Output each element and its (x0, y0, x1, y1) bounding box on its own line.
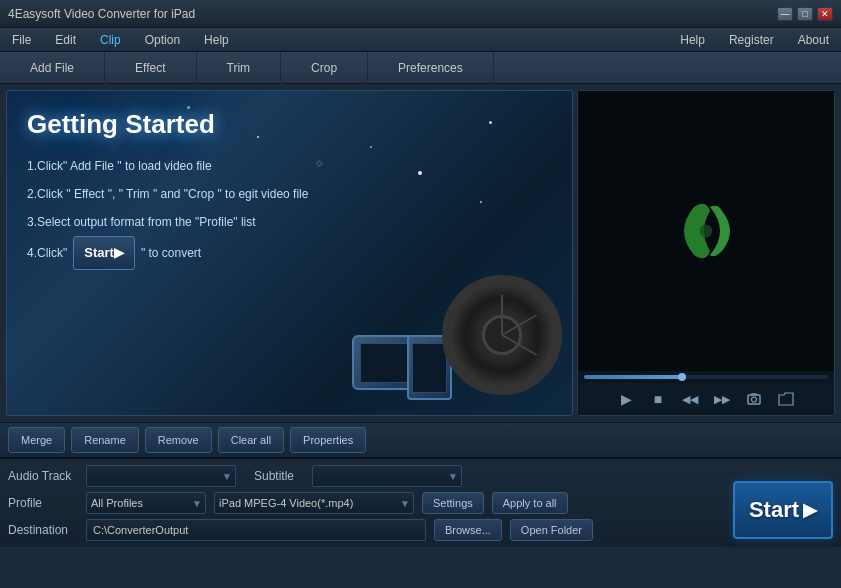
getting-started-title: Getting Started (7, 91, 572, 152)
rewind-button[interactable]: ◀◀ (678, 387, 702, 411)
fastforward-button[interactable]: ▶▶ (710, 387, 734, 411)
start-arrow-icon: ▶ (803, 499, 817, 521)
seek-thumb[interactable] (678, 373, 686, 381)
destination-label: Destination (8, 523, 78, 537)
browse-button[interactable]: Browse... (434, 519, 502, 541)
merge-button[interactable]: Merge (8, 427, 65, 453)
audio-subtitle-row: Audio Track ▼ Subtitle ▼ (8, 465, 833, 487)
menu-left: File Edit Clip Option Help (8, 31, 233, 49)
profile-row: Profile All Profiles ▼ iPad MPEG-4 Video… (8, 492, 833, 514)
maximize-button[interactable]: □ (797, 7, 813, 21)
subtitle-select[interactable] (312, 465, 462, 487)
start-inline-btn: Start▶ (73, 236, 135, 270)
video-seek-bar[interactable] (578, 371, 834, 383)
toolbar-trim[interactable]: Trim (197, 52, 282, 84)
toolbar-crop[interactable]: Crop (281, 52, 368, 84)
open-folder-button[interactable]: Open Folder (510, 519, 593, 541)
close-button[interactable]: ✕ (817, 7, 833, 21)
menu-about[interactable]: About (794, 31, 833, 49)
menu-help-left[interactable]: Help (200, 31, 233, 49)
apply-to-all-button[interactable]: Apply to all (492, 492, 568, 514)
app-title: 4Easysoft Video Converter for iPad (8, 7, 195, 21)
rename-button[interactable]: Rename (71, 427, 139, 453)
step-3: 3.Select output format from the "Profile… (27, 208, 552, 236)
menu-register[interactable]: Register (725, 31, 778, 49)
phone-screen (412, 343, 447, 393)
action-buttons-row: Merge Rename Remove Clear all Properties (0, 422, 841, 458)
film-reel-area (352, 245, 552, 405)
menu-right: Help Register About (676, 31, 833, 49)
seek-track[interactable] (584, 375, 828, 379)
step-4-pre: 4.Click" (27, 239, 67, 267)
video-controls: ▶ ■ ◀◀ ▶▶ (578, 383, 834, 415)
profile-all-wrapper: All Profiles ▼ (86, 492, 206, 514)
bottom-area: Audio Track ▼ Subtitle ▼ Profile (0, 458, 841, 547)
play-button[interactable]: ▶ (614, 387, 638, 411)
stop-button[interactable]: ■ (646, 387, 670, 411)
svg-point-2 (752, 397, 757, 402)
app-logo (666, 191, 746, 271)
profile-format-select[interactable]: iPad MPEG-4 Video(*.mp4) (214, 492, 414, 514)
menu-option[interactable]: Option (141, 31, 184, 49)
screenshot-button[interactable] (742, 387, 766, 411)
profile-all-select[interactable]: All Profiles (86, 492, 206, 514)
audio-track-label: Audio Track (8, 469, 78, 483)
step-4-post: " to convert (141, 239, 201, 267)
clear-all-button[interactable]: Clear all (218, 427, 284, 453)
svg-rect-1 (748, 395, 760, 404)
remove-button[interactable]: Remove (145, 427, 212, 453)
folder-button[interactable] (774, 387, 798, 411)
seek-fill (584, 375, 682, 379)
window-controls: — □ ✕ (777, 7, 833, 21)
toolbar-preferences[interactable]: Preferences (368, 52, 494, 84)
subtitle-wrapper: ▼ (312, 465, 462, 487)
settings-button[interactable]: Settings (422, 492, 484, 514)
toolbar-add-file[interactable]: Add File (0, 52, 105, 84)
minimize-button[interactable]: — (777, 7, 793, 21)
svg-rect-3 (751, 393, 757, 396)
step-2: 2.Click " Effect ", " Trim " and "Crop "… (27, 180, 552, 208)
menu-clip[interactable]: Clip (96, 31, 125, 49)
start-label: Start (749, 497, 799, 523)
film-reel (442, 275, 562, 395)
menu-edit[interactable]: Edit (51, 31, 80, 49)
destination-row: Destination Browse... Open Folder (8, 519, 833, 541)
menu-help-right[interactable]: Help (676, 31, 709, 49)
video-preview (578, 91, 834, 371)
bottom-settings: Audio Track ▼ Subtitle ▼ Profile (0, 458, 841, 547)
menu-file[interactable]: File (8, 31, 35, 49)
menu-bar: File Edit Clip Option Help Help Register… (0, 28, 841, 52)
subtitle-label: Subtitle (254, 469, 304, 483)
title-bar: 4Easysoft Video Converter for iPad — □ ✕ (0, 0, 841, 28)
profile-format-wrapper: iPad MPEG-4 Video(*.mp4) ▼ (214, 492, 414, 514)
step-1: 1.Click" Add File " to load video file (27, 152, 552, 180)
properties-button[interactable]: Properties (290, 427, 366, 453)
main-content: Getting Started 1.Click" Add File " to l… (0, 84, 841, 422)
audio-track-wrapper: ▼ (86, 465, 236, 487)
destination-input[interactable] (86, 519, 426, 541)
svg-point-0 (700, 225, 713, 238)
toolbar-effect[interactable]: Effect (105, 52, 196, 84)
audio-track-select[interactable] (86, 465, 236, 487)
start-button[interactable]: Start ▶ (733, 481, 833, 539)
right-panel: ▶ ■ ◀◀ ▶▶ (577, 90, 835, 416)
left-panel: Getting Started 1.Click" Add File " to l… (6, 90, 573, 416)
toolbar: Add File Effect Trim Crop Preferences (0, 52, 841, 84)
profile-label: Profile (8, 496, 78, 510)
start-button-container: Start ▶ (733, 481, 833, 539)
